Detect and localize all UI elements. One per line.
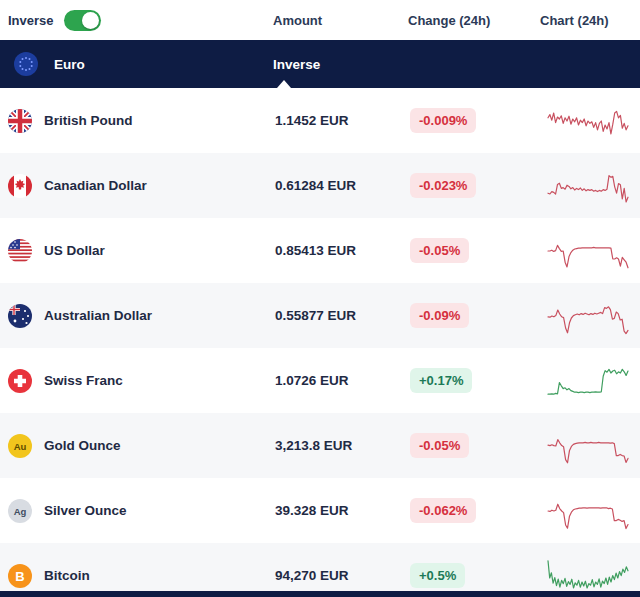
inverse-toggle-label: Inverse — [8, 13, 54, 28]
currency-row[interactable]: AuGold Ounce3,213.8 EUR-0.05% — [0, 413, 640, 478]
currency-cell: BBitcoin — [0, 564, 273, 588]
change-badge: +0.17% — [410, 368, 472, 393]
amount-value: 3,213.8 EUR — [273, 438, 408, 453]
currency-name: Bitcoin — [44, 568, 90, 583]
au-flag-icon — [8, 304, 32, 328]
btc-icon: B — [8, 564, 32, 588]
gold-icon: Au — [8, 434, 32, 458]
sparkline-chart — [540, 293, 640, 339]
svg-text:B: B — [15, 569, 24, 584]
currency-cell: US Dollar — [0, 239, 273, 263]
currency-name: Gold Ounce — [44, 438, 121, 453]
inverse-column-label: Inverse — [273, 57, 640, 72]
eu-flag-icon — [14, 52, 38, 76]
sparkline-chart — [540, 98, 640, 144]
inverse-toggle-switch[interactable] — [64, 10, 101, 31]
change-cell: -0.009% — [408, 108, 540, 133]
currency-cell: Swiss Franc — [0, 369, 273, 393]
footer-divider — [0, 591, 640, 597]
amount-value: 1.0726 EUR — [273, 373, 408, 388]
currency-row[interactable]: BBitcoin94,270 EUR+0.5% — [0, 543, 640, 597]
currency-cell: British Pound — [0, 109, 273, 133]
currency-row[interactable]: Australian Dollar0.55877 EUR-0.09% — [0, 283, 640, 348]
currency-cell: Australian Dollar — [0, 304, 273, 328]
amount-value: 1.1452 EUR — [273, 113, 408, 128]
currency-cell: Canadian Dollar — [0, 174, 273, 198]
currency-row[interactable]: Swiss Franc1.0726 EUR+0.17% — [0, 348, 640, 413]
change-badge: -0.062% — [410, 498, 476, 523]
change-cell: -0.062% — [408, 498, 540, 523]
inverse-toggle-group: Inverse — [0, 10, 273, 31]
uk-flag-icon — [8, 109, 32, 133]
caret-up-icon — [277, 80, 291, 88]
sparkline-chart — [540, 228, 640, 274]
change-cell: +0.17% — [408, 368, 540, 393]
change-badge: -0.09% — [410, 303, 469, 328]
silver-icon: Ag — [8, 499, 32, 523]
column-header-chart: Chart (24h) — [540, 13, 640, 28]
toggle-knob-icon — [82, 12, 99, 29]
base-currency-cell: Euro — [0, 52, 273, 76]
rows: British Pound1.1452 EUR-0.009%Canadian D… — [0, 88, 640, 597]
currency-cell: AuGold Ounce — [0, 434, 273, 458]
currency-cell: AgSilver Ounce — [0, 499, 273, 523]
change-cell: -0.09% — [408, 303, 540, 328]
currency-name: Swiss Franc — [44, 373, 123, 388]
amount-value: 94,270 EUR — [273, 568, 408, 583]
change-cell: -0.023% — [408, 173, 540, 198]
currency-row[interactable]: US Dollar0.85413 EUR-0.05% — [0, 218, 640, 283]
currency-row[interactable]: British Pound1.1452 EUR-0.009% — [0, 88, 640, 153]
us-flag-icon — [8, 239, 32, 263]
change-badge: +0.5% — [410, 563, 465, 588]
change-badge: -0.023% — [410, 173, 476, 198]
change-cell: -0.05% — [408, 238, 540, 263]
ch-flag-icon — [8, 369, 32, 393]
table-header: Inverse Amount Change (24h) Chart (24h) — [0, 0, 640, 40]
column-header-change: Change (24h) — [408, 13, 540, 28]
sparkline-chart — [540, 163, 640, 209]
currency-name: Australian Dollar — [44, 308, 152, 323]
currency-row[interactable]: Canadian Dollar0.61284 EUR-0.023% — [0, 153, 640, 218]
amount-value: 0.55877 EUR — [273, 308, 408, 323]
sparkline-chart — [540, 488, 640, 534]
svg-text:Au: Au — [14, 441, 27, 452]
sparkline-chart — [540, 423, 640, 469]
column-header-amount: Amount — [273, 13, 408, 28]
currency-name: British Pound — [44, 113, 133, 128]
change-badge: -0.05% — [410, 238, 469, 263]
amount-value: 39.328 EUR — [273, 503, 408, 518]
change-cell: -0.05% — [408, 433, 540, 458]
change-cell: +0.5% — [408, 563, 540, 588]
svg-text:Ag: Ag — [14, 506, 27, 517]
sparkline-chart — [540, 358, 640, 404]
currency-name: Silver Ounce — [44, 503, 127, 518]
base-currency-name: Euro — [54, 57, 85, 72]
change-badge: -0.009% — [410, 108, 476, 133]
currency-row[interactable]: AgSilver Ounce39.328 EUR-0.062% — [0, 478, 640, 543]
currency-name: US Dollar — [44, 243, 105, 258]
base-currency-row[interactable]: Euro Inverse — [0, 40, 640, 88]
currency-name: Canadian Dollar — [44, 178, 147, 193]
ca-flag-icon — [8, 174, 32, 198]
amount-value: 0.61284 EUR — [273, 178, 408, 193]
change-badge: -0.05% — [410, 433, 469, 458]
amount-value: 0.85413 EUR — [273, 243, 408, 258]
